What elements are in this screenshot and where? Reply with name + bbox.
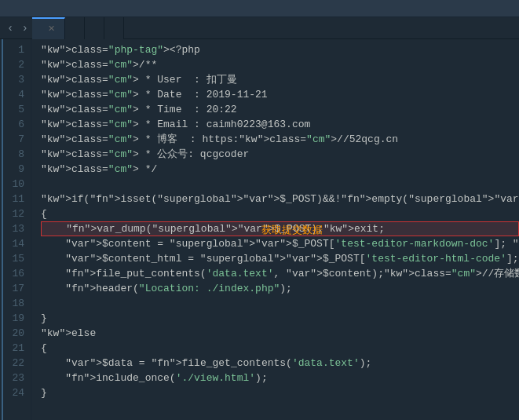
line-number: 8 (9, 147, 24, 162)
code-line: "kw">class="php-tag"><?php (41, 42, 519, 57)
line-number: 24 (9, 385, 24, 400)
line-number: 1 (9, 42, 24, 57)
code-line: "kw">class="cm"> * Date : 2019-11-21 (41, 87, 519, 102)
line-number: 4 (9, 87, 24, 102)
line-number: 6 (9, 117, 24, 132)
tab-markdownadd-php[interactable] (65, 17, 85, 39)
line-number: 7 (9, 132, 24, 147)
line-number: 14 (9, 236, 24, 251)
menu-help[interactable] (50, 7, 63, 10)
code-line: "kw">else (41, 326, 519, 341)
code-line: "fn">var_dump("superglobal">"var">$_POST… (41, 221, 519, 236)
code-line: { (41, 206, 519, 221)
code-line: "kw">class="cm">/** (41, 57, 519, 72)
code-line: "kw">class="cm"> * Time : 20:22 (41, 102, 519, 117)
tabbar: ‹ › ✕ (0, 17, 519, 39)
line-number: 20 (9, 326, 24, 341)
code-line: "fn">file_put_contents('data.text', "var… (41, 266, 519, 281)
line-number: 16 (9, 266, 24, 281)
code-line: "kw">if("fn">isset("superglobal">"var">$… (41, 192, 519, 206)
code-line: { (41, 341, 519, 356)
line-number: 19 (9, 311, 24, 326)
line-number: 12 (9, 206, 24, 221)
line-number: 11 (9, 192, 24, 206)
line-number: 22 (9, 356, 24, 371)
menu-project[interactable] (19, 7, 31, 10)
code-line: "var">$content_html = "superglobal">"var… (41, 251, 519, 266)
code-line: } (41, 311, 519, 326)
code-area: 123456789101112131415161718192021222324 … (0, 39, 519, 420)
code-line: "fn">include_once('./view.html'); (41, 371, 519, 385)
line-number: 15 (9, 251, 24, 266)
line-number: 5 (9, 102, 24, 117)
line-number: 10 (9, 177, 24, 192)
line-numbers: 123456789101112131415161718192021222324 (3, 39, 31, 420)
menubar (0, 0, 519, 17)
code-line: "kw">class="cm"> * Email : caimh0223@163… (41, 117, 519, 132)
nav-back[interactable]: ‹ (3, 17, 17, 39)
code-content[interactable]: "kw">class="php-tag"><?php"kw">class="cm… (31, 39, 519, 420)
tab-close-index-php[interactable]: ✕ (48, 24, 55, 34)
line-number: 23 (9, 371, 24, 385)
code-line: "kw">class="cm"> * User : 扣丁曼 (41, 72, 519, 87)
code-line: "var">$content = "superglobal">"var">$_P… (41, 236, 519, 251)
line-number: 2 (9, 57, 24, 72)
code-line (41, 296, 519, 311)
code-line: "kw">class="cm"> * 公众号: qcgcoder (41, 147, 519, 162)
line-number: 13 (9, 221, 24, 236)
menu-folders[interactable] (66, 7, 79, 10)
nav-forward[interactable]: › (17, 17, 31, 39)
code-line: "fn">header("Location: ./index.php"); (41, 281, 519, 296)
line-number: 18 (9, 296, 24, 311)
code-line: "kw">class="cm"> * 博客 : https:"kw">class… (41, 132, 519, 147)
line-number: 17 (9, 281, 24, 296)
code-line (41, 177, 519, 192)
line-number: 21 (9, 341, 24, 356)
tab-index-php[interactable]: ✕ (32, 17, 65, 39)
line-number: 9 (9, 162, 24, 177)
menu-preferences[interactable] (35, 7, 47, 10)
code-line: "kw">class="cm"> */ (41, 162, 519, 177)
code-line: "var">$data = "fn">file_get_contents('da… (41, 356, 519, 371)
menu-tools[interactable] (3, 7, 16, 10)
code-line: } (41, 385, 519, 400)
tab-upload-php[interactable] (104, 17, 124, 39)
line-number: 3 (9, 72, 24, 87)
tab-index-html[interactable] (85, 17, 104, 39)
